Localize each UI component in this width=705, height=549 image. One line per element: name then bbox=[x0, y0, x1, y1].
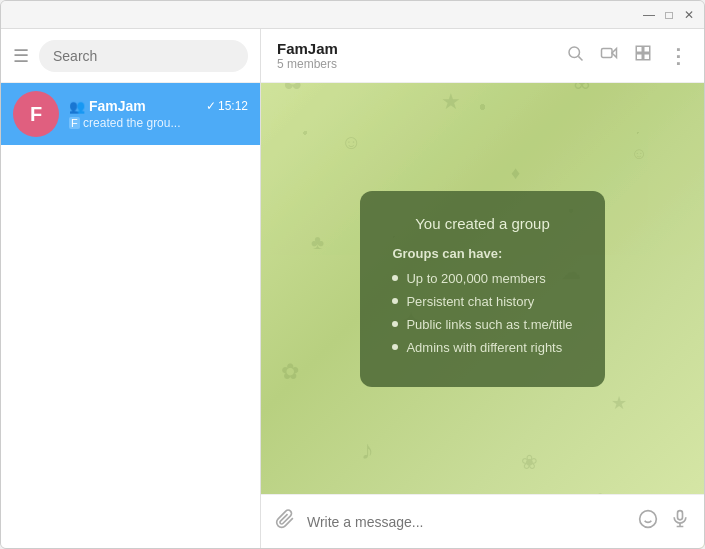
svg-line-16 bbox=[578, 56, 582, 60]
bullet-icon bbox=[392, 275, 398, 281]
message-input[interactable] bbox=[307, 514, 626, 530]
checkmark-icon: ✓ bbox=[206, 99, 216, 113]
chat-panel: ✿ ☺ ★ ♦ ❀ ♣ ✦ ☁ ✿ ★ ♪ ❀ ☺ ♦ ✿ bbox=[261, 29, 704, 548]
chat-list-item[interactable]: F 👥 FamJam ✓ 15:12 F crea bbox=[1, 83, 260, 145]
chat-title: FamJam bbox=[277, 40, 566, 57]
main-content: ☰ F 👥 FamJam ✓ 15:12 bbox=[1, 29, 704, 548]
emoji-icon[interactable] bbox=[638, 509, 658, 534]
app-window: — □ ✕ ☰ F 👥 FamJam bbox=[0, 0, 705, 549]
search-input[interactable] bbox=[39, 40, 248, 72]
menu-icon[interactable]: ☰ bbox=[13, 45, 29, 67]
member-count: 5 members bbox=[277, 57, 566, 71]
chat-header-info: FamJam 5 members bbox=[277, 40, 566, 71]
svg-rect-19 bbox=[636, 46, 642, 52]
svg-rect-26 bbox=[678, 511, 683, 520]
svg-point-23 bbox=[640, 511, 657, 528]
sidebar: ☰ F 👥 FamJam ✓ 15:12 bbox=[1, 29, 261, 548]
message-input-bar bbox=[261, 494, 704, 548]
more-icon[interactable]: ⋮ bbox=[668, 44, 688, 68]
info-card: You created a group Groups can have: Up … bbox=[360, 191, 604, 387]
sidebar-header: ☰ bbox=[1, 29, 260, 83]
bullet-icon bbox=[392, 321, 398, 327]
maximize-button[interactable]: □ bbox=[662, 8, 676, 22]
svg-rect-21 bbox=[636, 54, 642, 60]
svg-rect-22 bbox=[644, 54, 650, 60]
preview-sender: F bbox=[69, 117, 80, 129]
svg-rect-17 bbox=[602, 49, 613, 58]
message-area: You created a group Groups can have: Up … bbox=[261, 83, 704, 494]
chat-info: 👥 FamJam ✓ 15:12 F created the grou... bbox=[69, 98, 248, 130]
video-icon[interactable] bbox=[600, 44, 618, 67]
info-card-subtitle: Groups can have: bbox=[392, 246, 572, 261]
group-icon: 👥 bbox=[69, 99, 85, 114]
svg-point-15 bbox=[569, 47, 580, 58]
mic-icon[interactable] bbox=[670, 509, 690, 534]
attach-icon[interactable] bbox=[275, 509, 295, 534]
chat-time: ✓ 15:12 bbox=[206, 99, 248, 113]
list-item: Persistent chat history bbox=[392, 294, 572, 309]
close-button[interactable]: ✕ bbox=[682, 8, 696, 22]
title-bar: — □ ✕ bbox=[1, 1, 704, 29]
svg-rect-20 bbox=[644, 46, 650, 52]
chat-preview: F created the grou... bbox=[69, 116, 248, 130]
search-icon[interactable] bbox=[566, 44, 584, 67]
bullet-icon bbox=[392, 344, 398, 350]
minimize-button[interactable]: — bbox=[642, 8, 656, 22]
chat-name: 👥 FamJam bbox=[69, 98, 146, 114]
list-item: Admins with different rights bbox=[392, 340, 572, 355]
list-item: Up to 200,000 members bbox=[392, 271, 572, 286]
avatar: F bbox=[13, 91, 59, 137]
list-item: Public links such as t.me/title bbox=[392, 317, 572, 332]
chat-header-actions: ⋮ bbox=[566, 44, 688, 68]
chat-header: FamJam 5 members ⋮ bbox=[261, 29, 704, 83]
layout-icon[interactable] bbox=[634, 44, 652, 67]
info-card-title: You created a group bbox=[392, 215, 572, 232]
info-card-list: Up to 200,000 members Persistent chat hi… bbox=[392, 271, 572, 355]
bullet-icon bbox=[392, 298, 398, 304]
chat-name-row: 👥 FamJam ✓ 15:12 bbox=[69, 98, 248, 114]
